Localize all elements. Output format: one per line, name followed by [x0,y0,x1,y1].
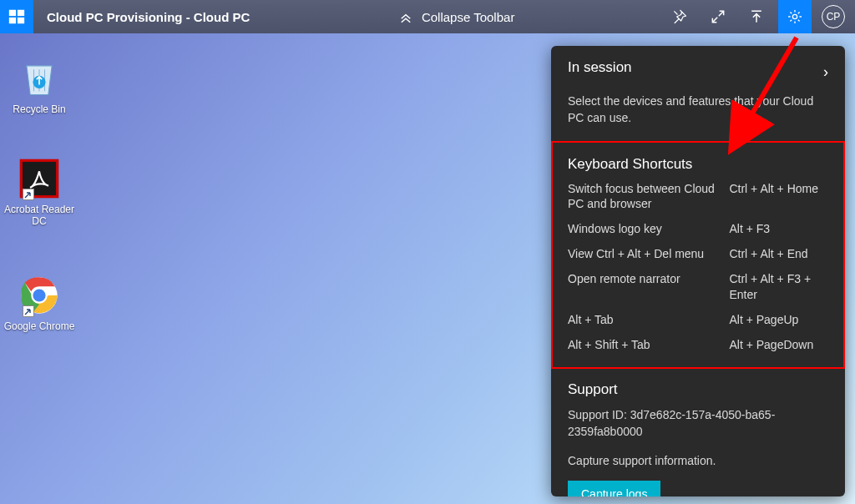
svg-rect-3 [18,18,24,23]
shortcut-key: Alt + F3 [729,221,828,236]
svg-point-9 [33,289,45,301]
svg-rect-1 [18,10,24,16]
fullscreen-button[interactable] [701,0,735,33]
settings-panel: In session › Select the devices and feat… [551,46,845,496]
shortcut-key: Alt + PageUp [729,312,828,327]
shortcut-label: Windows logo key [568,221,729,236]
avatar-initials: CP [827,11,841,23]
acrobat-icon [18,157,61,200]
capture-info: Capture support information. [568,452,828,469]
desktop-icon-acrobat[interactable]: Acrobat Reader DC [2,157,77,227]
shortcut-key: Alt + PageDown [729,337,828,352]
support-heading: Support [568,381,828,398]
toolbar-left: Cloud PC Provisioning - Cloud PC [0,0,250,33]
chevron-right-icon: › [823,63,828,81]
settings-button[interactable] [778,0,812,33]
toolbar: Cloud PC Provisioning - Cloud PC Collaps… [0,0,855,33]
shortcut-row: Alt + Shift + Tab Alt + PageDown [568,337,828,352]
shortcut-label: Switch focus between Cloud PC and browse… [568,181,729,211]
session-description: Select the devices and features that you… [568,93,828,127]
shortcut-key: Ctrl + Alt + Home [729,181,828,211]
session-section: In session › Select the devices and feat… [551,46,845,143]
svg-rect-0 [9,10,16,16]
pin-button[interactable] [663,0,696,33]
upload-button[interactable] [740,0,773,33]
shortcut-key: Ctrl + Alt + End [729,246,828,261]
capture-logs-button[interactable]: Capture logs [568,481,660,496]
chevron-double-up-icon [398,9,413,24]
collapse-toolbar-label: Collapse Toolbar [422,10,514,24]
shortcut-key: Ctrl + Alt + F3 + Enter [729,271,828,301]
svg-rect-2 [9,18,16,23]
shortcut-label: View Ctrl + Alt + Del menu [568,246,729,261]
windows-icon [8,8,26,26]
support-id: Support ID: 3d7e682c-157a-4050-ba65-2359… [568,406,828,441]
toolbar-right: CP [663,0,850,33]
svg-point-4 [792,14,797,18]
shortcut-label: Open remote narrator [568,271,729,301]
desktop-icon-recycle-bin[interactable]: Recycle Bin [2,57,77,115]
shortcuts-heading: Keyboard Shortcuts [568,156,828,173]
pin-icon [671,8,688,25]
session-header[interactable]: In session › [568,59,828,84]
shortcut-label: Alt + Shift + Tab [568,337,729,352]
expand-icon [710,8,726,25]
windows-logo-button[interactable] [0,0,33,33]
desktop-icon-label: Google Chrome [2,320,77,332]
shortcut-arrow-icon [23,189,34,200]
collapse-toolbar-button[interactable]: Collapse Toolbar [398,9,514,24]
support-section: Support Support ID: 3d7e682c-157a-4050-b… [551,368,845,496]
shortcut-label: Alt + Tab [568,312,729,327]
chrome-icon [18,274,61,317]
session-heading: In session [568,59,632,76]
desktop-icon-label: Acrobat Reader DC [2,204,77,227]
shortcut-row: Open remote narrator Ctrl + Alt + F3 + E… [568,271,828,301]
shortcut-arrow-icon [23,305,34,317]
shortcuts-section: Keyboard Shortcuts Switch focus between … [551,143,845,369]
shortcut-row: View Ctrl + Alt + Del menu Ctrl + Alt + … [568,246,828,261]
shortcut-row: Windows logo key Alt + F3 [568,221,828,236]
gear-icon [787,8,803,25]
desktop-icon-label: Recycle Bin [2,103,77,115]
recycle-bin-icon [18,57,61,100]
shortcut-row: Switch focus between Cloud PC and browse… [568,181,828,211]
shortcut-row: Alt + Tab Alt + PageUp [568,312,828,327]
user-avatar[interactable]: CP [822,5,845,28]
toolbar-title: Cloud PC Provisioning - Cloud PC [47,10,250,24]
desktop-icon-chrome[interactable]: Google Chrome [2,274,77,332]
upload-icon [748,8,765,25]
